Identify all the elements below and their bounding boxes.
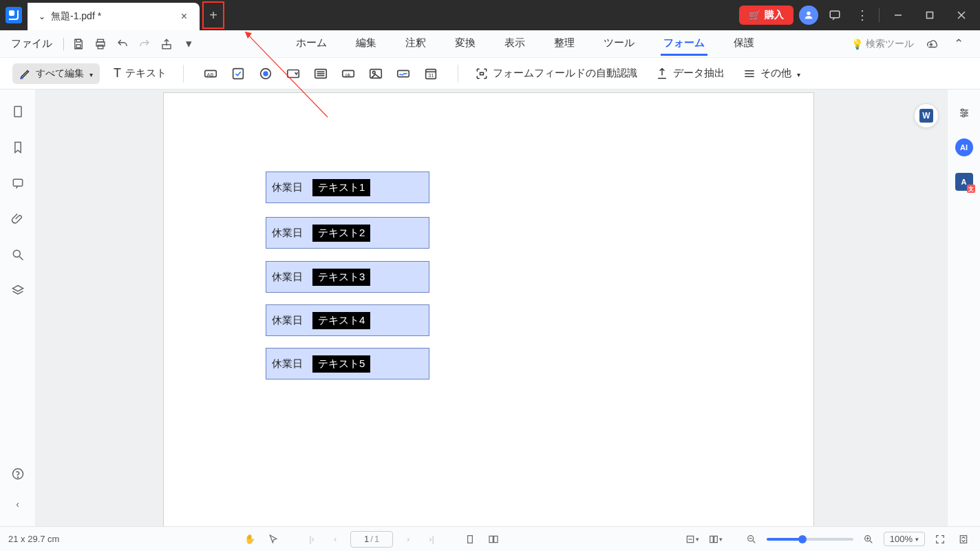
total-pages: 1 <box>374 534 379 544</box>
button-form-icon[interactable]: ok <box>338 63 359 84</box>
bookmarks-panel-icon[interactable] <box>10 139 26 156</box>
comments-panel-icon[interactable] <box>10 175 26 191</box>
page-number-input[interactable]: 1 / 1 <box>350 531 393 548</box>
svg-point-25 <box>372 71 375 74</box>
date-form-icon[interactable]: 31 <box>420 63 441 84</box>
collapse-sidebar-icon[interactable]: ‹ <box>10 496 26 512</box>
form-field[interactable]: 休業日テキスト3 <box>266 261 429 293</box>
form-field[interactable]: 休業日テキスト1 <box>266 171 429 203</box>
zoom-slider[interactable] <box>767 538 853 541</box>
tab-dropdown-icon[interactable]: ⌄ <box>39 12 45 21</box>
menu-tab-変換[interactable]: 変換 <box>452 32 478 56</box>
redo-icon[interactable] <box>134 34 155 54</box>
undo-icon[interactable] <box>112 34 133 54</box>
form-field[interactable]: 休業日テキスト5 <box>266 348 429 380</box>
dropdown-form-icon[interactable] <box>283 63 303 84</box>
new-tab-button[interactable]: + <box>202 1 224 29</box>
select-tool-icon[interactable] <box>265 531 281 548</box>
maximize-button[interactable] <box>917 3 943 28</box>
share-icon[interactable] <box>156 34 177 54</box>
next-page-icon[interactable]: › <box>400 531 416 548</box>
fullscreen-icon[interactable] <box>932 531 948 548</box>
menu-tab-保護[interactable]: 保護 <box>731 32 757 56</box>
form-field-tag: テキスト3 <box>312 269 370 286</box>
svg-rect-14 <box>233 68 244 79</box>
properties-panel-icon[interactable] <box>955 103 974 123</box>
svg-rect-30 <box>480 72 484 74</box>
menu-tab-ツール[interactable]: ツール <box>601 32 637 56</box>
more-menu-icon[interactable]: ⋮ <box>851 4 873 26</box>
form-field[interactable]: 休業日テキスト4 <box>266 304 429 336</box>
first-page-icon[interactable]: |‹ <box>303 531 320 548</box>
checkbox-form-icon[interactable] <box>228 63 248 84</box>
search-panel-icon[interactable] <box>10 247 26 263</box>
save-icon[interactable] <box>68 34 89 54</box>
menu-tab-ホーム[interactable]: ホーム <box>293 32 330 56</box>
radio-form-icon[interactable] <box>255 63 276 84</box>
menu-tab-編集[interactable]: 編集 <box>353 32 379 56</box>
svg-text:ok: ok <box>345 71 350 77</box>
layers-panel-icon[interactable] <box>10 282 26 299</box>
document-tab[interactable]: ⌄ 無題-1.pdf * × <box>28 3 200 30</box>
fit-width-icon[interactable]: ▾ <box>684 531 701 548</box>
menu-tab-表示[interactable]: 表示 <box>502 32 528 56</box>
menu-tab-注釈[interactable]: 注釈 <box>403 32 429 56</box>
data-extract-button[interactable]: データ抽出 <box>655 67 725 81</box>
menubar: ファイル ▾ ホーム編集注釈変換表示整理ツールフォーム保護 💡 検索ツール ⌃ <box>0 30 980 58</box>
edit-all-button[interactable]: すべて編集 <box>12 63 100 84</box>
cart-icon: 🛒 <box>749 10 760 21</box>
canvas[interactable]: 休業日テキスト1休業日テキスト2休業日テキスト3休業日テキスト4休業日テキスト5 <box>36 90 947 526</box>
ai-assistant-icon[interactable]: AI <box>955 138 974 157</box>
thumbnails-panel-icon[interactable] <box>10 103 26 120</box>
read-mode-icon[interactable]: ▾ <box>707 531 724 548</box>
textfield-form-icon[interactable]: AB <box>200 63 221 84</box>
svg-text:AB: AB <box>207 71 214 77</box>
search-tools-label: 検索ツール <box>866 38 914 50</box>
image-form-icon[interactable] <box>365 63 386 84</box>
listbox-form-icon[interactable] <box>310 63 331 84</box>
svg-point-42 <box>17 477 18 478</box>
tab-title: 無題-1.pdf * <box>51 10 171 23</box>
menu-tab-整理[interactable]: 整理 <box>551 32 577 56</box>
buy-button[interactable]: 🛒 購入 <box>739 6 793 25</box>
text-tool-label: テキスト <box>125 67 167 80</box>
quick-access-dropdown-icon[interactable]: ▾ <box>178 34 199 54</box>
last-page-icon[interactable]: ›| <box>423 531 440 548</box>
print-icon[interactable] <box>90 34 111 54</box>
convert-to-word-icon[interactable]: W <box>914 103 939 128</box>
cloud-sync-icon[interactable] <box>921 34 941 54</box>
text-tool[interactable]: T テキスト <box>114 66 167 81</box>
tab-close-icon[interactable]: × <box>177 9 191 24</box>
more-tools-button[interactable]: その他 <box>743 67 800 81</box>
zoom-out-icon[interactable] <box>743 531 760 548</box>
fit-page-icon[interactable] <box>955 531 972 548</box>
collapse-ribbon-icon[interactable]: ⌃ <box>948 34 969 54</box>
file-menu[interactable]: ファイル <box>4 34 59 53</box>
two-page-view-icon[interactable] <box>485 531 502 548</box>
single-page-view-icon[interactable] <box>462 531 478 548</box>
search-tools[interactable]: 💡 検索ツール <box>851 38 914 50</box>
attachments-panel-icon[interactable] <box>10 211 26 227</box>
comment-icon[interactable] <box>824 4 846 26</box>
close-window-button[interactable] <box>948 3 974 28</box>
form-field-label: 休業日 <box>272 314 303 327</box>
minimize-button[interactable] <box>885 3 911 28</box>
menu-tab-フォーム[interactable]: フォーム <box>661 32 707 56</box>
prev-page-icon[interactable]: ‹ <box>327 531 343 548</box>
auto-recognize-button[interactable]: フォームフィールドの自動認識 <box>475 67 637 81</box>
svg-point-46 <box>964 112 966 114</box>
svg-rect-37 <box>14 107 21 117</box>
help-icon[interactable] <box>10 466 26 482</box>
svg-line-40 <box>19 257 23 260</box>
account-avatar[interactable] <box>799 6 818 25</box>
svg-point-0 <box>807 12 810 15</box>
svg-rect-51 <box>494 536 498 542</box>
form-field[interactable]: 休業日テキスト2 <box>266 217 429 249</box>
signature-form-icon[interactable] <box>393 63 414 84</box>
document-page: 休業日テキスト1休業日テキスト2休業日テキスト3休業日テキスト4休業日テキスト5 <box>163 92 814 526</box>
zoom-percent[interactable]: 100%▾ <box>884 532 925 546</box>
hand-tool-icon[interactable]: ✋ <box>242 531 258 548</box>
svg-point-16 <box>263 71 268 76</box>
zoom-in-icon[interactable] <box>860 531 877 548</box>
translate-icon[interactable]: A <box>955 172 974 191</box>
